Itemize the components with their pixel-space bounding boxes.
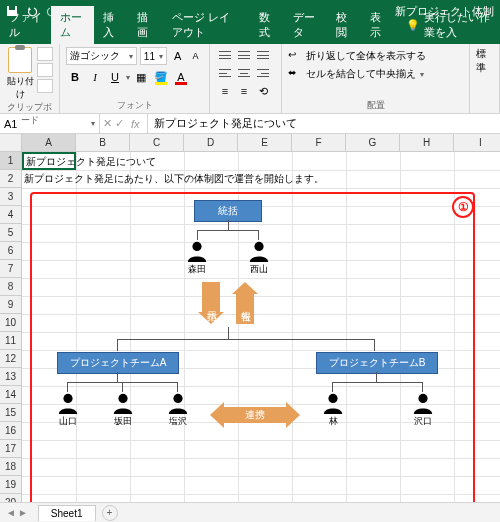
row-head-14[interactable]: 14 [0, 386, 22, 404]
col-head-E[interactable]: E [238, 134, 292, 152]
underline-button[interactable]: U [106, 68, 124, 86]
bold-button[interactable]: B [66, 68, 84, 86]
align-right-button[interactable] [254, 65, 272, 81]
cell-a1[interactable]: 新プロジェクト発足について [22, 152, 76, 170]
font-name-select[interactable]: 游ゴシック▾ [66, 47, 137, 65]
decrease-font-icon[interactable]: A [188, 47, 203, 65]
tab-file[interactable]: ファイル [0, 6, 51, 44]
row-head-7[interactable]: 7 [0, 260, 22, 278]
tab-data[interactable]: データ [284, 6, 327, 44]
row-head-16[interactable]: 16 [0, 422, 22, 440]
row-head-1[interactable]: 1 [0, 152, 22, 170]
formula-bar[interactable]: 新プロジェクト発足について [148, 114, 500, 133]
row-head-4[interactable]: 4 [0, 206, 22, 224]
fill-color-button[interactable]: 🪣 [152, 68, 170, 86]
tab-draw[interactable]: 描画 [128, 6, 163, 44]
row-head-2[interactable]: 2 [0, 170, 22, 188]
person-name: 林 [313, 415, 353, 428]
align-left-button[interactable] [216, 65, 234, 81]
org-team-b-box: プロジェクトチームB [316, 352, 438, 374]
row-head-19[interactable]: 19 [0, 476, 22, 494]
copy-button[interactable] [37, 63, 53, 77]
tab-formulas[interactable]: 数式 [250, 6, 285, 44]
row-head-17[interactable]: 17 [0, 440, 22, 458]
merge-center-button[interactable]: ⬌ セルを結合して中央揃え ▾ [288, 65, 463, 83]
tell-me[interactable]: 💡 実行したい作業を入 [400, 6, 500, 44]
person-name: 塩沢 [158, 415, 198, 428]
increase-indent-button[interactable]: ≡ [235, 83, 253, 99]
cut-button[interactable] [37, 47, 53, 61]
tab-page-layout[interactable]: ページ レイアウト [163, 6, 250, 44]
chevron-down-icon[interactable]: ▾ [126, 73, 130, 82]
alignment-group-label: 配置 [288, 99, 463, 112]
person-name: 西山 [239, 263, 279, 276]
align-center-button[interactable] [235, 65, 253, 81]
increase-font-icon[interactable]: A [170, 47, 185, 65]
row-head-18[interactable]: 18 [0, 458, 22, 476]
col-head-A[interactable]: A [22, 134, 76, 152]
tab-insert[interactable]: 挿入 [94, 6, 129, 44]
row-head-12[interactable]: 12 [0, 350, 22, 368]
person-name: 山口 [48, 415, 88, 428]
person-name: 森田 [177, 263, 217, 276]
svg-point-6 [173, 394, 182, 403]
col-head-C[interactable]: C [130, 134, 184, 152]
col-head-I[interactable]: I [454, 134, 500, 152]
team-b-label: プロジェクトチームB [329, 357, 426, 368]
ribbon: 貼り付け クリップボード 游ゴシック▾ 11▾ A A B I U ▾ ▦ [0, 44, 500, 114]
row-head-10[interactable]: 10 [0, 314, 22, 332]
border-button[interactable]: ▦ [132, 68, 150, 86]
col-head-F[interactable]: F [292, 134, 346, 152]
enter-icon[interactable]: ✓ [115, 117, 124, 130]
row-head-13[interactable]: 13 [0, 368, 22, 386]
col-head-H[interactable]: H [400, 134, 454, 152]
number-format-select[interactable]: 標準 [476, 47, 493, 75]
cancel-icon[interactable]: ✕ [103, 117, 112, 130]
person-name: 沢口 [403, 415, 443, 428]
font-size-value: 11 [144, 51, 155, 62]
align-top-button[interactable] [216, 47, 234, 63]
col-head-D[interactable]: D [184, 134, 238, 152]
cell-a2[interactable]: 新プロジェクト発足にあたり、以下の体制図で運営を開始します。 [22, 170, 326, 188]
row-head-11[interactable]: 11 [0, 332, 22, 350]
person-sawaguchi: 沢口 [403, 392, 443, 428]
decrease-indent-button[interactable]: ≡ [216, 83, 234, 99]
format-painter-button[interactable] [37, 79, 53, 93]
row-head-15[interactable]: 15 [0, 404, 22, 422]
italic-button[interactable]: I [86, 68, 104, 86]
tab-home[interactable]: ホーム [51, 6, 94, 44]
tab-view[interactable]: 表示 [361, 6, 396, 44]
align-bottom-button[interactable] [254, 47, 272, 63]
row-head-6[interactable]: 6 [0, 242, 22, 260]
sheet-nav-prev-icon[interactable]: ◄ [6, 507, 16, 518]
add-sheet-button[interactable]: + [102, 505, 118, 521]
svg-point-3 [254, 242, 263, 251]
select-all-corner[interactable] [0, 134, 22, 152]
person-icon [412, 392, 434, 414]
sheet-tab-1[interactable]: Sheet1 [38, 505, 96, 521]
fx-icon[interactable]: fx [127, 118, 144, 130]
orientation-button[interactable]: ⟲ [254, 83, 272, 99]
row-head-9[interactable]: 9 [0, 296, 22, 314]
svg-point-5 [118, 394, 127, 403]
person-icon [186, 240, 208, 262]
sheet-nav-next-icon[interactable]: ► [18, 507, 28, 518]
person-morita: 森田 [177, 240, 217, 276]
svg-point-7 [328, 394, 337, 403]
worksheet-grid[interactable]: ABCDEFGHIJ 12345678910111213141516171819… [0, 134, 500, 514]
row-head-8[interactable]: 8 [0, 278, 22, 296]
paste-button[interactable]: 貼り付け [6, 47, 34, 101]
font-size-select[interactable]: 11▾ [140, 47, 167, 65]
row-head-5[interactable]: 5 [0, 224, 22, 242]
tab-review[interactable]: 校閲 [327, 6, 362, 44]
col-head-B[interactable]: B [76, 134, 130, 152]
person-name: 坂田 [103, 415, 143, 428]
row-head-3[interactable]: 3 [0, 188, 22, 206]
align-middle-button[interactable] [235, 47, 253, 63]
team-a-label: プロジェクトチームA [70, 357, 167, 368]
font-color-button[interactable]: A [172, 68, 190, 86]
annotation-number: ① [458, 200, 469, 214]
name-box[interactable]: A1 ▾ [0, 114, 100, 133]
col-head-G[interactable]: G [346, 134, 400, 152]
wrap-text-button[interactable]: ↩ 折り返して全体を表示する [288, 47, 463, 65]
